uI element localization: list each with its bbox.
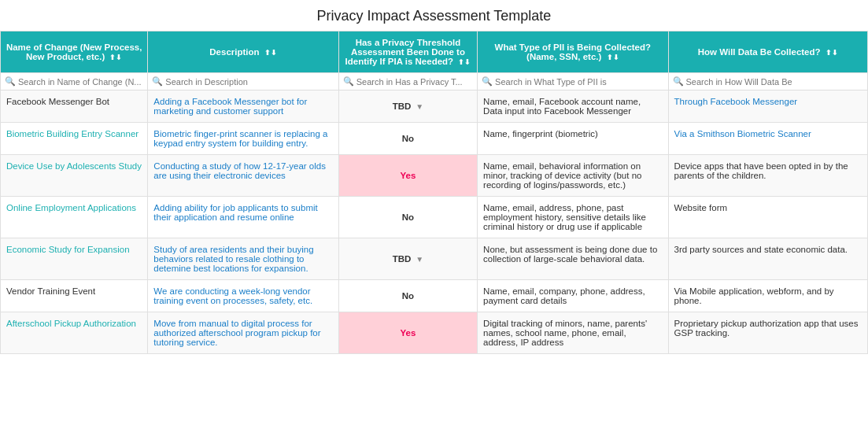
col-header-pia[interactable]: Has a Privacy Threshold Assessment Been … <box>338 31 477 73</box>
table-header-row: Name of Change (New Process, New Product… <box>1 31 868 73</box>
cell-name-1: Biometric Building Entry Scanner <box>1 123 148 155</box>
cell-pii-5: Name, email, company, phone, address, pa… <box>478 280 668 312</box>
search-icon-description: 🔍 <box>152 76 163 87</box>
search-input-pii[interactable] <box>495 77 663 87</box>
sort-icon-name[interactable]: ⬆⬇ <box>109 54 122 61</box>
desc-link-0[interactable]: Adding a Facebook Messenger bot for mark… <box>153 97 307 116</box>
cell-desc-1: Biometric finger-print scanner is replac… <box>148 123 338 155</box>
dropdown-icon-0[interactable]: ▼ <box>413 102 423 111</box>
table-row: Afterschool Pickup AuthorizationMove fro… <box>1 312 868 354</box>
table-wrapper: Name of Change (New Process, New Product… <box>0 31 868 354</box>
cell-pia-0: TBD ▼ <box>338 90 477 123</box>
sort-icon-pii[interactable]: ⬆⬇ <box>607 54 619 61</box>
search-input-name[interactable] <box>18 77 143 87</box>
search-cell-name: 🔍 <box>1 73 148 90</box>
cell-desc-2: Conducting a study of how 12-17-year old… <box>148 155 338 197</box>
desc-link-5[interactable]: We are conducting a week-long vendor tra… <box>153 286 312 305</box>
search-cell-pia: 🔍 <box>338 73 477 90</box>
cell-pia-4: TBD ▼ <box>338 238 477 280</box>
cell-pii-4: None, but assessment is being done due t… <box>478 238 668 280</box>
table-row: Biometric Building Entry ScannerBiometri… <box>1 123 868 155</box>
search-cell-how: 🔍 <box>668 73 867 90</box>
sort-icon-pia[interactable]: ⬆⬇ <box>458 58 471 66</box>
name-link-1[interactable]: Biometric Building Entry Scanner <box>6 129 139 138</box>
status-text-3: No <box>402 212 414 222</box>
table-body: Facebook Messenger BotAdding a Facebook … <box>1 90 868 354</box>
cell-desc-4: Study of area residents and their buying… <box>148 238 338 280</box>
search-row: 🔍 🔍 🔍 <box>1 73 868 90</box>
cell-desc-5: We are conducting a week-long vendor tra… <box>148 280 338 312</box>
col-header-name[interactable]: Name of Change (New Process, New Product… <box>1 31 148 73</box>
cell-pia-3: No <box>338 197 477 238</box>
search-input-description[interactable] <box>165 77 334 87</box>
cell-name-2: Device Use by Adolescents Study <box>1 155 148 197</box>
page-title: Privacy Impact Assessment Template <box>0 0 868 31</box>
col-header-description[interactable]: Description ⬆⬇ <box>148 31 338 73</box>
desc-link-3[interactable]: Adding ability for job applicants to sub… <box>153 203 317 222</box>
status-text-5: No <box>402 291 414 301</box>
cell-how-5: Via Mobile application, webform, and by … <box>668 280 867 312</box>
table-row: Economic Study for ExpansionStudy of are… <box>1 238 868 280</box>
cell-desc-3: Adding ability for job applicants to sub… <box>148 197 338 238</box>
cell-how-0: Through Facebook Messenger <box>668 90 867 123</box>
table-row: Device Use by Adolescents StudyConductin… <box>1 155 868 197</box>
cell-pii-3: Name, email, address, phone, past employ… <box>478 197 668 238</box>
name-link-6[interactable]: Afterschool Pickup Authorization <box>6 319 136 328</box>
desc-link-1[interactable]: Biometric finger-print scanner is replac… <box>153 129 327 148</box>
search-cell-description: 🔍 <box>148 73 338 90</box>
desc-link-6[interactable]: Move from manual to digital process for … <box>153 319 320 347</box>
cell-name-3: Online Employment Applications <box>1 197 148 238</box>
dropdown-icon-4[interactable]: ▼ <box>413 255 423 264</box>
cell-desc-6: Move from manual to digital process for … <box>148 312 338 354</box>
cell-name-6: Afterschool Pickup Authorization <box>1 312 148 354</box>
cell-how-1: Via a Smithson Biometric Scanner <box>668 123 867 155</box>
cell-pii-0: Name, email, Facebook account name, Data… <box>478 90 668 123</box>
how-link-0[interactable]: Through Facebook Messenger <box>674 97 798 106</box>
name-link-5[interactable]: Vendor Training Event <box>6 286 95 296</box>
name-link-3[interactable]: Online Employment Applications <box>6 203 136 212</box>
search-icon-how: 🔍 <box>673 76 684 87</box>
col-header-description-label: Description <box>209 47 259 57</box>
table-row: Vendor Training EventWe are conducting a… <box>1 280 868 312</box>
cell-pii-6: Digital tracking of minors, name, parent… <box>478 312 668 354</box>
cell-name-5: Vendor Training Event <box>1 280 148 312</box>
name-link-4[interactable]: Economic Study for Expansion <box>6 245 130 254</box>
table-row: Online Employment ApplicationsAdding abi… <box>1 197 868 238</box>
cell-desc-0: Adding a Facebook Messenger bot for mark… <box>148 90 338 123</box>
cell-name-0: Facebook Messenger Bot <box>1 90 148 123</box>
cell-pia-5: No <box>338 280 477 312</box>
desc-link-4[interactable]: Study of area residents and their buying… <box>153 245 313 273</box>
search-cell-pii: 🔍 <box>478 73 668 90</box>
name-link-0[interactable]: Facebook Messenger Bot <box>6 97 109 106</box>
status-text-1: No <box>402 134 414 143</box>
col-header-pii-label: What Type of PII is Being Collected? (Na… <box>495 42 652 61</box>
search-icon-pii: 🔍 <box>482 76 493 87</box>
cell-pia-2: Yes <box>338 155 477 197</box>
sort-icon-description[interactable]: ⬆⬇ <box>264 49 277 57</box>
table-row: Facebook Messenger BotAdding a Facebook … <box>1 90 868 123</box>
status-text-0: TBD <box>393 102 412 111</box>
name-link-2[interactable]: Device Use by Adolescents Study <box>6 161 142 171</box>
cell-pia-6: Yes <box>338 312 477 354</box>
desc-link-2[interactable]: Conducting a study of how 12-17-year old… <box>153 161 326 180</box>
cell-pii-2: Name, email, behavioral information on m… <box>478 155 668 197</box>
col-header-pia-label: Has a Privacy Threshold Assessment Been … <box>345 38 465 66</box>
cell-how-6: Proprietary pickup authorization app tha… <box>668 312 867 354</box>
search-input-pia[interactable] <box>356 77 473 87</box>
cell-pii-1: Name, fingerprint (biometric) <box>478 123 668 155</box>
col-header-how[interactable]: How Will Data Be Collected? ⬆⬇ <box>668 31 867 73</box>
col-header-pii[interactable]: What Type of PII is Being Collected? (Na… <box>478 31 668 73</box>
cell-pia-1: No <box>338 123 477 155</box>
cell-how-3: Website form <box>668 197 867 238</box>
search-icon-name: 🔍 <box>5 76 16 87</box>
search-input-how[interactable] <box>686 77 863 87</box>
search-icon-pia: 🔍 <box>343 76 354 87</box>
cell-name-4: Economic Study for Expansion <box>1 238 148 280</box>
status-badge-2: Yes <box>393 169 424 182</box>
status-badge-6: Yes <box>393 327 424 339</box>
main-table: Name of Change (New Process, New Product… <box>0 31 868 354</box>
col-header-how-label: How Will Data Be Collected? <box>698 47 821 57</box>
cell-how-4: 3rd party sources and state economic dat… <box>668 238 867 280</box>
sort-icon-how[interactable]: ⬆⬇ <box>826 49 838 57</box>
how-link-1[interactable]: Via a Smithson Biometric Scanner <box>674 129 811 138</box>
